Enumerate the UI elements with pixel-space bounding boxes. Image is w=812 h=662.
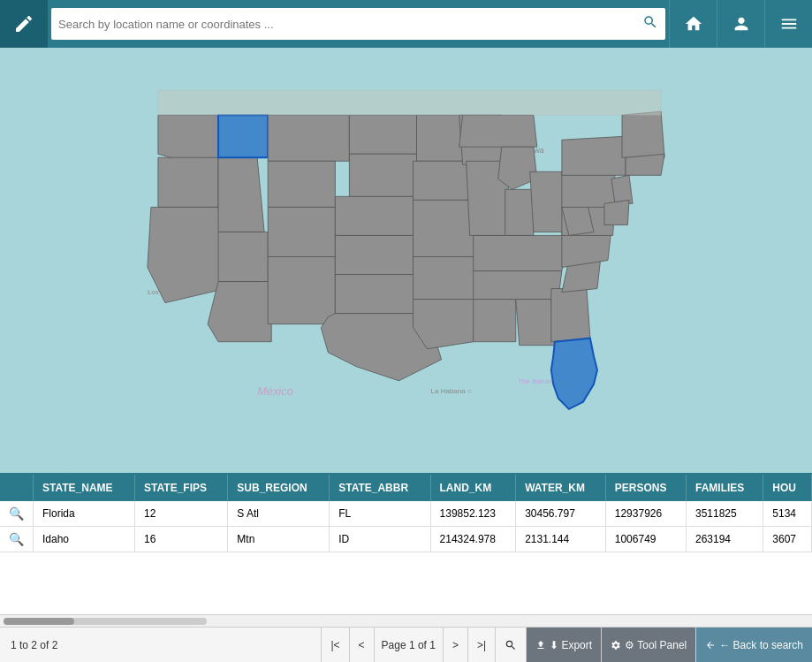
gear-icon (611, 640, 621, 651)
svg-marker-47 (562, 136, 626, 175)
search-input[interactable] (58, 18, 642, 31)
result-count: 1 to 2 of 2 (0, 639, 321, 651)
cell-state-fips: 12 (135, 501, 228, 527)
col-hou: HOU (763, 475, 812, 501)
horizontal-scrollbar[interactable] (0, 614, 812, 627)
next-page-button[interactable]: > (443, 628, 467, 663)
svg-marker-41 (551, 289, 590, 342)
row-zoom-icon[interactable]: 🔍 (0, 501, 34, 527)
row-zoom-icon[interactable]: 🔍 (0, 527, 34, 552)
table-header-row: STATE_NAME STATE_FIPS SUB_REGION STATE_A… (0, 475, 812, 501)
svg-marker-9 (158, 115, 218, 161)
svg-marker-35 (505, 189, 534, 235)
svg-marker-20 (349, 115, 416, 154)
home-icon (684, 14, 703, 34)
results-table: STATE_NAME STATE_FIPS SUB_REGION STATE_A… (0, 475, 812, 552)
svg-marker-26 (417, 115, 467, 161)
col-state-fips: STATE_FIPS (135, 475, 228, 501)
svg-marker-13 (218, 115, 268, 157)
svg-marker-19 (268, 256, 335, 323)
svg-rect-52 (158, 90, 661, 115)
footer-toolbar: 1 to 2 of 2 |< < Page 1 of 1 > >| ⬇ Expo… (0, 627, 812, 662)
svg-marker-33 (459, 115, 537, 147)
table-row: 🔍 Idaho 16 Mtn ID 214324.978 2131.144 10… (0, 527, 812, 552)
svg-marker-15 (268, 161, 335, 207)
cell-state-name: Idaho (34, 527, 135, 552)
svg-marker-50 (622, 111, 664, 157)
cell-state-abbr: FL (330, 501, 430, 527)
scrollbar-track (4, 618, 207, 625)
col-state-name: STATE_NAME (34, 475, 135, 501)
svg-marker-18 (208, 282, 271, 342)
cell-land-km: 214324.978 (430, 527, 516, 552)
app-header (0, 0, 812, 48)
home-button[interactable] (669, 0, 717, 48)
cell-land-km: 139852.123 (430, 501, 516, 527)
table-row: 🔍 Florida 12 S Atl FL 139852.123 30456.7… (0, 501, 812, 527)
search-icon (505, 639, 517, 651)
svg-marker-28 (414, 200, 477, 256)
last-page-button[interactable]: >| (467, 628, 495, 663)
svg-text:La Habana ○: La Habana ○ (431, 387, 472, 395)
col-persons: PERSONS (605, 475, 686, 501)
export-icon (535, 640, 546, 651)
svg-marker-10 (158, 157, 218, 207)
svg-marker-27 (414, 161, 470, 200)
col-land-km: LAND_KM (430, 475, 516, 501)
tool-panel-button[interactable]: ⚙ Tool Panel (601, 628, 695, 663)
cell-water-km: 30456.797 (516, 501, 606, 527)
cell-families: 263194 (686, 527, 763, 552)
svg-marker-22 (335, 196, 413, 235)
col-state-abbr: STATE_ABBR (330, 475, 430, 501)
search-button[interactable] (495, 628, 526, 663)
page-label: Page 1 of 1 (374, 628, 443, 663)
svg-text:México: México (257, 384, 293, 398)
svg-marker-17 (268, 207, 335, 256)
svg-marker-14 (268, 115, 349, 161)
cell-hou: 5134 (763, 501, 812, 527)
menu-button[interactable] (764, 0, 812, 48)
col-zoom (0, 475, 34, 501)
svg-marker-11 (148, 207, 225, 302)
cell-families: 3511825 (686, 501, 763, 527)
scrollbar-thumb[interactable] (4, 618, 74, 625)
back-to-search-button[interactable]: ← Back to search (695, 628, 812, 663)
export-button[interactable]: ⬇ Export (526, 628, 601, 663)
us-map-svg: México Ottawa Toronto York Los An... La … (0, 48, 812, 473)
svg-marker-48 (611, 175, 633, 203)
pagination-controls: |< < Page 1 of 1 > >| ⬇ Export ⚙ Tool Pa… (321, 628, 812, 663)
arrow-left-icon (705, 640, 716, 651)
menu-icon (779, 14, 799, 34)
cell-state-name: Florida (34, 501, 135, 527)
svg-marker-16 (218, 232, 268, 281)
svg-marker-40 (516, 300, 555, 346)
results-table-container: STATE_NAME STATE_FIPS SUB_REGION STATE_A… (0, 473, 812, 614)
cell-sub-region: S Atl (228, 501, 330, 527)
svg-marker-29 (414, 256, 477, 299)
cell-hou: 3607 (763, 527, 812, 552)
cell-sub-region: Mtn (228, 527, 330, 552)
col-families: FAMILIES (686, 475, 763, 501)
header-icons (669, 0, 812, 48)
cell-water-km: 2131.144 (516, 527, 606, 552)
col-sub-region: SUB_REGION (228, 475, 330, 501)
svg-marker-51 (626, 154, 664, 175)
first-page-button[interactable]: |< (321, 628, 348, 663)
user-button[interactable] (717, 0, 764, 48)
search-container (51, 8, 665, 40)
svg-marker-30 (414, 300, 477, 349)
svg-marker-37 (474, 235, 569, 270)
cell-state-fips: 16 (135, 527, 228, 552)
prev-page-button[interactable]: < (349, 628, 374, 663)
svg-marker-23 (335, 235, 413, 274)
cell-persons: 1006749 (605, 527, 686, 552)
map-container[interactable]: México Ottawa Toronto York Los An... La … (0, 48, 812, 473)
pencil-icon (13, 13, 34, 34)
search-icon[interactable] (642, 14, 658, 34)
svg-marker-12 (218, 157, 264, 232)
logo-button[interactable] (0, 0, 48, 48)
cell-persons: 12937926 (605, 501, 686, 527)
svg-marker-21 (349, 154, 416, 196)
table-scroll-area[interactable]: STATE_NAME STATE_FIPS SUB_REGION STATE_A… (0, 475, 812, 614)
svg-marker-38 (474, 271, 562, 300)
